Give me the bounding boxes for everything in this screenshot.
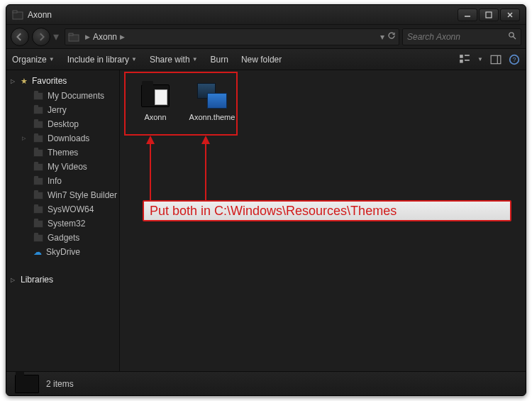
svg-rect-10 <box>460 55 463 58</box>
breadcrumb-arrow-icon[interactable]: ▶ <box>82 33 93 40</box>
breadcrumb-arrow-icon[interactable]: ▶ <box>117 33 128 40</box>
toolbar: Organize▼ Include in library▼ Share with… <box>6 49 526 70</box>
folder-icon <box>33 149 43 157</box>
history-dropdown-icon[interactable]: ▾ <box>53 30 62 43</box>
dropdown-icon[interactable]: ▼ <box>477 56 483 62</box>
star-icon: ★ <box>21 77 28 86</box>
skydrive-icon: ☁ <box>33 247 42 257</box>
dropdown-icon: ▼ <box>192 56 198 62</box>
forward-button[interactable] <box>32 28 50 46</box>
folder-icon <box>33 135 43 143</box>
sidebar-item[interactable]: My Documents <box>6 89 119 103</box>
svg-line-9 <box>514 37 516 40</box>
folder-icon <box>33 92 43 100</box>
svg-rect-1 <box>13 11 17 13</box>
sidebar-item-label: Jerry <box>48 105 67 115</box>
breadcrumb[interactable]: Axonn <box>93 32 117 42</box>
window-title: Axonn <box>28 10 458 20</box>
status-text: 2 items <box>46 379 74 389</box>
status-bar: 2 items <box>6 371 526 395</box>
maximize-button[interactable] <box>479 9 499 21</box>
svg-text:?: ? <box>512 56 516 63</box>
view-controls: ▼ ? <box>459 54 520 65</box>
close-button[interactable] <box>500 9 520 21</box>
share-with-menu[interactable]: Share with▼ <box>150 55 198 65</box>
sidebar-item[interactable]: Desktop <box>6 117 119 131</box>
breadcrumb-label: Axonn <box>93 32 117 42</box>
svg-rect-7 <box>69 33 73 35</box>
svg-rect-11 <box>460 60 463 63</box>
address-end-controls: ▾ <box>380 31 396 42</box>
sidebar-item-label: Win7 Style Builder <box>48 190 117 200</box>
favorites-header[interactable]: ★Favorites <box>6 73 119 89</box>
refresh-icon[interactable] <box>387 31 396 42</box>
location-folder-icon <box>68 31 79 43</box>
dropdown-icon: ▼ <box>131 56 137 62</box>
sidebar-item-label: My Videos <box>48 162 87 172</box>
sidebar-item-label: Desktop <box>48 119 79 129</box>
sidebar-item[interactable]: Gadgets <box>6 231 119 245</box>
annotation-text: Put both in C:\Windows\Resources\Themes <box>150 204 397 219</box>
titlebar: Axonn <box>6 5 526 25</box>
sidebar-item-label: System32 <box>48 219 85 229</box>
search-icon <box>508 31 516 42</box>
folder-icon <box>33 206 43 214</box>
svg-rect-14 <box>491 55 501 63</box>
search-input[interactable]: Search Axonn <box>402 28 521 45</box>
sidebar-item-label: SysWOW64 <box>48 204 94 214</box>
sidebar-item[interactable]: Themes <box>6 145 119 160</box>
folder-icon <box>33 106 43 114</box>
svg-point-8 <box>509 33 514 37</box>
libraries-header[interactable]: Libraries <box>6 272 119 287</box>
sidebar-item[interactable]: Info <box>6 174 119 188</box>
preview-pane-icon[interactable] <box>490 54 501 65</box>
window-controls <box>458 9 520 21</box>
window-icon <box>12 9 23 21</box>
explorer-window: Axonn ▾ ▶ Axonn ▶ ▾ Search Axonn Or <box>6 4 526 396</box>
sidebar-item[interactable]: SysWOW64 <box>6 202 119 216</box>
search-placeholder: Search Axonn <box>407 32 460 42</box>
back-button[interactable] <box>11 28 29 46</box>
sidebar-item-label: Info <box>48 176 62 186</box>
folder-icon <box>33 234 43 242</box>
status-thumbnail-icon <box>15 375 39 393</box>
include-library-menu[interactable]: Include in library▼ <box>67 55 137 65</box>
dropdown-icon: ▼ <box>49 56 55 62</box>
annotation-line <box>150 143 151 200</box>
sidebar-item-label: Downloads <box>48 133 89 143</box>
folder-icon <box>33 121 43 128</box>
svg-rect-13 <box>465 60 470 61</box>
new-folder-button[interactable]: New folder <box>241 55 282 65</box>
sidebar-item[interactable]: System32 <box>6 216 119 231</box>
view-options-icon[interactable] <box>459 54 470 65</box>
burn-button[interactable]: Burn <box>211 55 228 65</box>
sidebar-item[interactable]: Jerry <box>6 103 119 117</box>
address-bar[interactable]: ▶ Axonn ▶ ▾ <box>65 28 399 45</box>
sidebar-item[interactable]: Downloads <box>6 131 119 145</box>
folder-icon <box>33 220 43 228</box>
sidebar-item-label: SkyDrive <box>46 247 80 257</box>
annotation-line <box>205 143 206 200</box>
sidebar-item[interactable]: Win7 Style Builder <box>6 188 119 202</box>
sidebar-item[interactable]: ☁SkyDrive <box>6 245 119 259</box>
folder-icon <box>33 163 43 171</box>
folder-icon <box>33 177 43 185</box>
sidebar-item[interactable]: My Videos <box>6 160 119 174</box>
annotation-box <box>124 72 238 136</box>
sidebar-item-label: My Documents <box>48 91 104 101</box>
address-dropdown-icon[interactable]: ▾ <box>380 32 384 42</box>
svg-rect-12 <box>465 55 470 56</box>
organize-menu[interactable]: Organize▼ <box>12 55 55 65</box>
nav-row: ▾ ▶ Axonn ▶ ▾ Search Axonn <box>6 25 526 49</box>
sidebar-item-label: Gadgets <box>48 233 79 243</box>
folder-icon <box>33 192 43 199</box>
sidebar: ★Favorites My DocumentsJerryDesktopDownl… <box>6 70 120 371</box>
minimize-button[interactable] <box>458 9 477 21</box>
svg-rect-3 <box>486 12 492 18</box>
annotation-callout: Put both in C:\Windows\Resources\Themes <box>143 200 511 221</box>
sidebar-item-label: Themes <box>48 148 78 158</box>
help-icon[interactable]: ? <box>509 54 520 65</box>
